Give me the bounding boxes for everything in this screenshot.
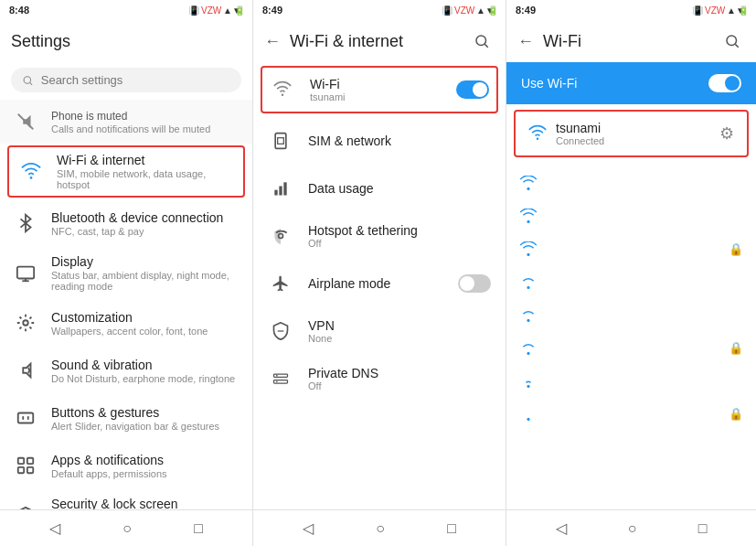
status-bar-right: 8:49 📳 VZW ▲▼ 🔋 [506,0,756,20]
sound-subtitle: Do Not Disturb, earphone mode, ringtone [51,373,241,384]
home-nav-left[interactable]: ○ [112,517,143,541]
lock-icon: 🔒 [729,407,743,421]
muted-subtitle: Calls and notifications will be muted [51,123,241,134]
mid-item-vpn[interactable]: VPN None [253,307,506,355]
mid-item-wifi[interactable]: Wi-Fi tsunami [261,66,498,113]
svg-point-35 [276,375,278,377]
back-nav-right[interactable]: ◁ [545,516,578,541]
settings-item-customization[interactable]: Customization Wallpapers, accent color, … [0,299,252,347]
back-nav-middle[interactable]: ◁ [292,516,325,541]
status-icons-left: 📳 VZW ▲▼ 🔋 [188,4,243,16]
wifi-network-item[interactable] [506,166,756,199]
apps-item-text: Apps & notifications Default apps, permi… [51,453,241,479]
wifi-item-subtitle: SIM, mobile network, data usage, hotspot [57,168,236,190]
home-nav-right[interactable]: ○ [617,517,648,541]
time-left: 8:48 [9,5,29,16]
search-button-right[interactable] [719,28,745,54]
svg-point-51 [527,418,529,421]
use-wifi-label: Use Wi-Fi [521,76,577,91]
recent-nav-middle[interactable]: □ [436,517,467,541]
mid-item-dns[interactable]: Private DNS Off [253,355,506,402]
airplane-toggle[interactable] [458,274,491,293]
middle-status-icons: 📳 VZW ▲▼ 🔋 [442,4,496,16]
sim-title: SIM & network [308,134,491,148]
svg-rect-30 [283,182,286,195]
display-icon [11,259,40,288]
bluetooth-icon [11,209,40,238]
bluetooth-subtitle: NFC, cast, tap & pay [51,226,241,237]
wifi-toggle-mid[interactable] [456,80,489,99]
security-item-text: Security & lock screen Fingerprint, Face… [51,497,241,509]
wifi-network-item-locked[interactable]: 🔒 [506,397,756,430]
use-wifi-toggle[interactable] [708,74,741,92]
lock-icon: 🔒 [729,242,743,256]
svg-point-44 [527,187,529,190]
svg-line-24 [484,44,487,47]
wifi-network-item-locked[interactable]: 🔒 [506,331,756,364]
back-arrow-right[interactable]: ← [517,32,534,51]
connected-network[interactable]: tsunami Connected ⚙ [514,110,749,157]
svg-text:🔋: 🔋 [487,5,496,16]
mid-item-data[interactable]: Data usage [253,165,506,212]
settings-item-apps[interactable]: Apps & notifications Default apps, permi… [0,442,252,489]
sound-icon [11,356,40,385]
wifi-network-item[interactable] [506,265,756,298]
svg-rect-34 [274,380,288,383]
wifi-item-text: Wi-Fi & internet SIM, mobile network, da… [57,153,236,190]
back-nav-left[interactable]: ◁ [38,516,71,541]
display-subtitle: Status bar, ambient display, night mode,… [51,270,241,292]
hotspot-subtitle: Off [308,238,491,249]
sim-text: SIM & network [308,134,491,148]
wifi-icon [16,157,46,187]
wifi-signal-icon [519,274,538,289]
svg-point-48 [527,319,529,322]
settings-item-bluetooth[interactable]: Bluetooth & device connection NFC, cast,… [0,199,252,247]
mid-item-airplane[interactable]: Airplane mode [253,260,506,307]
svg-rect-33 [274,374,288,377]
mid-item-sim[interactable]: SIM & network [253,117,506,165]
hotspot-title: Hotspot & tethering [308,223,491,238]
back-arrow-middle[interactable]: ← [264,32,281,51]
right-status-icons: 📳 VZW ▲▼ 🔋 [692,4,747,16]
dns-title: Private DNS [308,366,491,380]
gear-icon[interactable]: ⚙ [719,123,734,144]
airplane-text: Airplane mode [308,276,458,291]
svg-text:📳: 📳 [442,5,453,16]
mid-wifi-title: Wi-Fi [310,77,456,91]
svg-point-43 [537,138,539,141]
wifi-signal-icon [519,241,538,256]
wifi-network-item[interactable] [506,364,756,397]
recent-nav-left[interactable]: □ [183,517,214,541]
vpn-icon [268,318,293,344]
svg-line-42 [735,44,738,47]
wifi-signal-icon [519,209,538,223]
buttons-icon [11,403,40,433]
lock-icon: 🔒 [729,341,743,355]
wifi-network-item[interactable] [506,199,756,232]
muted-item: Phone is muted Calls and notifications w… [0,100,252,144]
home-nav-middle[interactable]: ○ [365,517,396,541]
time-right: 8:49 [516,5,536,16]
search-button-middle[interactable] [469,28,495,54]
settings-item-security[interactable]: Security & lock screen Fingerprint, Face… [0,489,252,509]
wifi-network-item-locked[interactable]: 🔒 [506,232,756,265]
search-input[interactable] [41,73,230,87]
settings-item-display[interactable]: Display Status bar, ambient display, nig… [0,247,252,299]
search-bar[interactable] [11,68,241,92]
settings-item-buttons[interactable]: Buttons & gestures Alert Slider, navigat… [0,394,252,442]
mid-item-hotspot[interactable]: Hotspot & tethering Off [253,212,506,260]
settings-item-wifi[interactable]: Wi-Fi & internet SIM, mobile network, da… [7,145,245,198]
apps-title: Apps & notifications [51,453,241,467]
middle-panel: 8:49 📳 VZW ▲▼ 🔋 ← Wi-Fi & internet [253,0,506,546]
left-header: Settings [0,20,252,62]
sim-icon [268,128,293,154]
airplane-title: Airplane mode [308,276,458,291]
settings-item-sound[interactable]: Sound & vibration Do Not Disturb, earpho… [0,347,252,394]
wifi-network-item[interactable] [506,298,756,331]
use-wifi-bar[interactable]: Use Wi-Fi [506,62,756,104]
recent-nav-right[interactable]: □ [687,517,719,541]
wifi-item-title: Wi-Fi & internet [57,153,236,167]
svg-text:VZW: VZW [454,5,475,16]
data-icon [268,176,293,201]
svg-point-45 [527,220,529,223]
